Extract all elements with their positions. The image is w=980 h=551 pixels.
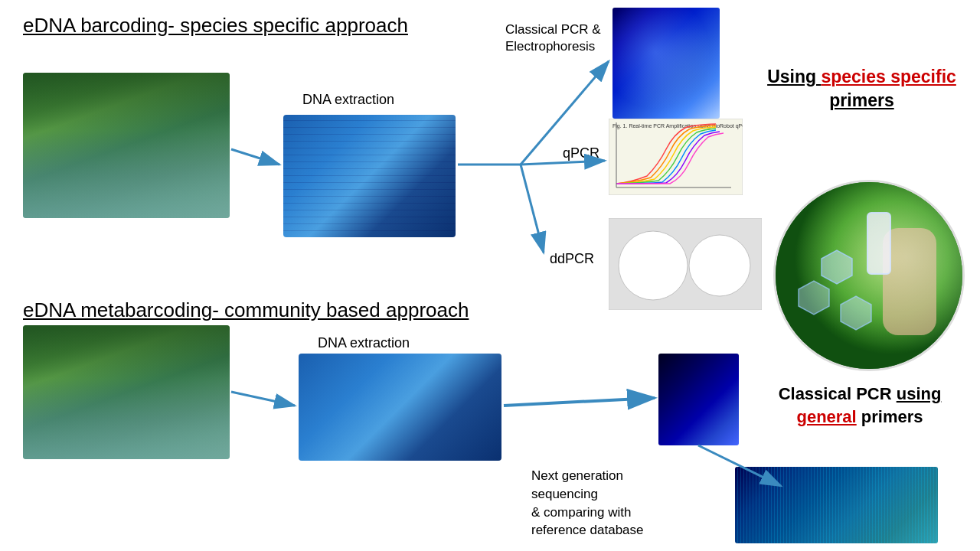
svg-text:Fig. 1. Real-time PCR Amplific: Fig. 1. Real-time PCR Amplification usin…: [612, 123, 743, 129]
pcr-electrophoresis-image: [612, 8, 720, 119]
label-qpcr: qPCR: [563, 145, 599, 161]
svg-line-19: [521, 165, 544, 253]
river-image-bottom: [23, 325, 230, 459]
label-dna-extraction-top: DNA extraction: [302, 92, 394, 108]
dna-extraction-image-top: [283, 115, 456, 237]
heading-metabarcoding: eDNA metabarcoding- community based appr…: [23, 298, 469, 322]
svg-rect-9: [867, 213, 890, 274]
species-specific-highlight: species specific: [821, 67, 956, 86]
svg-line-20: [231, 392, 295, 406]
ngs-image: [735, 467, 938, 543]
general-primers-using: using: [897, 384, 942, 403]
vials-circle-image: [773, 180, 965, 371]
svg-rect-8: [883, 228, 936, 335]
species-specific-prefix: Using: [767, 67, 821, 86]
svg-marker-11: [799, 281, 829, 315]
label-species-specific-primers: Using species specific primers: [749, 65, 975, 112]
label-ddpcr: ddPCR: [550, 251, 594, 267]
qpcr-graph-image: Fig. 1. Real-time PCR Amplification usin…: [609, 119, 743, 195]
svg-point-5: [619, 231, 688, 300]
label-dna-extraction-bottom: DNA extraction: [318, 335, 410, 351]
svg-point-6: [689, 235, 750, 296]
svg-marker-10: [822, 250, 852, 284]
svg-rect-7: [776, 182, 965, 371]
general-primers-general: general: [796, 407, 856, 426]
heading-barcoding: eDNA barcoding- species specific approac…: [23, 14, 408, 37]
svg-marker-12: [841, 296, 871, 330]
label-general-primers: Classical PCR using general primers: [749, 383, 971, 428]
label-ngs: Next generationsequencing& comparing wit…: [531, 467, 644, 540]
svg-line-21: [504, 398, 655, 406]
pcr-bottom-image: [658, 354, 739, 445]
river-image-top: [23, 73, 230, 218]
general-primers-primers: primers: [857, 407, 923, 426]
svg-line-15: [231, 149, 279, 165]
dna-extraction-image-bottom: [299, 354, 501, 461]
species-specific-primers-word: primers: [829, 90, 893, 110]
general-primers-classical: Classical PCR: [779, 384, 897, 403]
label-classical-pcr-electrophoresis: Classical PCR &Electrophoresis: [505, 21, 601, 55]
ddpcr-image: [609, 218, 762, 310]
slide: eDNA barcoding- species specific approac…: [0, 0, 980, 551]
